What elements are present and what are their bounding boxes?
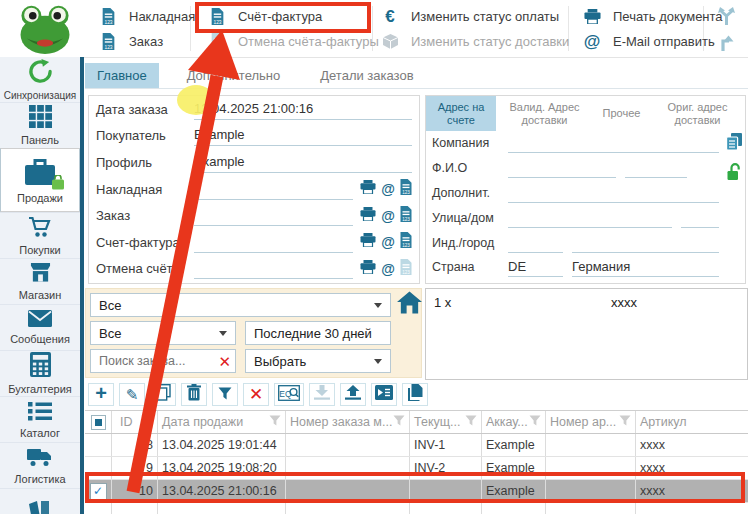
search-eq-button[interactable]: EQ	[274, 383, 304, 406]
row-checkbox[interactable]: ✓	[90, 483, 107, 500]
order-date-field[interactable]: 13.04.2025 21:00:16	[194, 99, 412, 120]
tab-main[interactable]: Главное	[85, 63, 159, 88]
table-row-empty	[85, 503, 748, 514]
sidebar-item-purchases[interactable]: Покупки	[0, 212, 80, 258]
column-header-order-number[interactable]: Номер заказа м...	[286, 411, 410, 433]
toolbar-order-button[interactable]: Заказ	[96, 29, 195, 54]
tab-additional[interactable]: Дополнительно	[175, 63, 293, 88]
add-button[interactable]: +	[88, 383, 114, 406]
select-all-header[interactable]	[85, 411, 112, 433]
additional-field[interactable]	[508, 183, 719, 203]
edit-button[interactable]: ✎	[119, 383, 145, 406]
buyer-field[interactable]: Example	[194, 125, 412, 146]
paste-pages-button[interactable]	[402, 383, 428, 406]
invoice-doc-icon[interactable]	[400, 232, 412, 252]
filter-button[interactable]	[212, 383, 238, 406]
clear-search-icon[interactable]: ✕	[218, 354, 231, 369]
package-icon	[378, 34, 402, 49]
funnel-icon[interactable]	[465, 412, 477, 433]
sidebar-item-more[interactable]	[0, 488, 80, 514]
sidebar-item-label: Покупки	[19, 244, 60, 256]
sidebar-item-messages[interactable]: Сообщения	[0, 304, 80, 350]
euro-icon: €	[378, 7, 402, 27]
invoice-doc-icon[interactable]	[400, 179, 412, 199]
company-field[interactable]	[508, 133, 719, 153]
sidebar-item-panel[interactable]: Панель	[0, 102, 80, 148]
category-filter-select[interactable]: Все	[90, 293, 391, 317]
print-icon[interactable]	[360, 233, 376, 251]
profile-field[interactable]: Example	[194, 152, 412, 173]
column-header-article[interactable]: Артикул	[636, 411, 748, 433]
toolbar-print-document-button[interactable]: Печать документа	[580, 4, 723, 29]
column-header-current[interactable]: Текущ...	[410, 411, 482, 433]
zip-field[interactable]	[508, 233, 563, 253]
print-icon[interactable]	[360, 207, 376, 225]
house-number-field[interactable]	[681, 208, 719, 228]
funnel-icon[interactable]	[269, 412, 281, 433]
toolbar-change-payment-status-button[interactable]: € Изменить статус оплаты	[378, 4, 569, 29]
sidebar-item-sales[interactable]: Продажи	[0, 148, 80, 212]
order-items-panel: 1 x xxxx	[425, 288, 748, 380]
table-row-selected[interactable]: ✓ 10 13.04.2025 21:00:16 Example xxxx	[85, 480, 748, 503]
table-row[interactable]: 8 13.04.2025 19:01:44 INV-1 Example xxxx	[85, 434, 748, 457]
email-icon[interactable]: @	[381, 261, 395, 277]
run-list-button[interactable]	[371, 383, 397, 406]
sidebar-item-logistics[interactable]: Логистика	[0, 442, 80, 488]
sidebar-item-catalog[interactable]: Каталог	[0, 396, 80, 442]
funnel-icon[interactable]	[529, 412, 541, 433]
delete-button[interactable]	[181, 383, 207, 406]
field-label: Дата заказа	[96, 102, 194, 117]
invoice-field[interactable]	[194, 232, 353, 253]
city-field[interactable]	[572, 233, 719, 253]
export-button[interactable]	[340, 383, 366, 406]
toolbar-invoice-label: Счёт-фактура	[238, 9, 322, 24]
choose-select[interactable]: Выбрать	[245, 349, 391, 373]
tab-original-shipping-address[interactable]: Ориг. адрес доставки	[650, 96, 745, 131]
toolbar-invoice-button[interactable]: Счёт-фактура	[205, 4, 379, 29]
order-number-field[interactable]	[194, 205, 353, 226]
tab-valid-shipping-address[interactable]: Валид. Адрес доставки	[496, 96, 593, 131]
clear-filter-button[interactable]: ✕	[243, 383, 269, 406]
copy-address-icon[interactable]	[726, 133, 742, 155]
toolbar-delivery-note-button[interactable]: Накладная	[96, 4, 195, 29]
funnel-icon[interactable]	[619, 412, 631, 433]
toolbar-send-email-button[interactable]: @ E-Mail отправить	[580, 29, 723, 54]
unlock-icon[interactable]	[727, 163, 741, 185]
delivery-note-field[interactable]	[194, 179, 353, 200]
copy-button[interactable]	[150, 383, 176, 406]
column-header-sale-date[interactable]: Дата продажи	[158, 411, 286, 433]
order-search-input[interactable]	[97, 353, 218, 369]
street-field[interactable]	[508, 208, 672, 228]
print-icon[interactable]	[360, 260, 376, 278]
tab-billing-address[interactable]: Адрес на счете	[426, 96, 496, 131]
period-filter-box[interactable]: Последние 30 дней	[245, 321, 391, 345]
country-field[interactable]: Германия	[572, 257, 719, 277]
email-icon[interactable]: @	[381, 181, 395, 197]
email-icon[interactable]: @	[381, 208, 395, 224]
country-code-field[interactable]: DE	[508, 257, 563, 277]
sidebar-item-shop[interactable]: Магазин	[0, 258, 80, 304]
invoice-cancel-field[interactable]	[194, 258, 353, 279]
tab-other[interactable]: Прочее	[593, 96, 650, 131]
table-row[interactable]: 9 13.04.2025 19:08:20 INV-2 Example xxxx	[85, 457, 748, 480]
funnel-icon[interactable]	[141, 412, 153, 433]
field-label: Улица/дом	[432, 211, 508, 225]
sidebar-item-sync[interactable]: Синхронизация	[0, 57, 80, 102]
email-icon[interactable]: @	[381, 234, 395, 250]
toolbar-change-payment-status-label: Изменить статус оплаты	[411, 9, 559, 24]
status-filter-select[interactable]: Все	[90, 321, 236, 345]
toolbar-merge-arrows-button[interactable]	[714, 4, 747, 29]
home-icon[interactable]	[397, 291, 422, 319]
print-icon[interactable]	[360, 180, 376, 198]
name-field[interactable]	[508, 158, 616, 178]
toolbar-turn-arrow-button[interactable]	[714, 29, 747, 54]
sidebar-item-accounting[interactable]: Бухгалтерия	[0, 350, 80, 396]
funnel-icon[interactable]	[393, 412, 405, 433]
name-field-2[interactable]	[625, 158, 687, 178]
tab-order-details[interactable]: Детали заказов	[308, 63, 425, 88]
column-header-account[interactable]: Аккау...	[482, 411, 546, 433]
column-header-article-number[interactable]: Номер ар...	[546, 411, 636, 433]
invoice-doc-icon[interactable]	[400, 206, 412, 226]
envelope-icon	[28, 310, 52, 331]
column-header-id[interactable]: ID	[112, 411, 158, 433]
